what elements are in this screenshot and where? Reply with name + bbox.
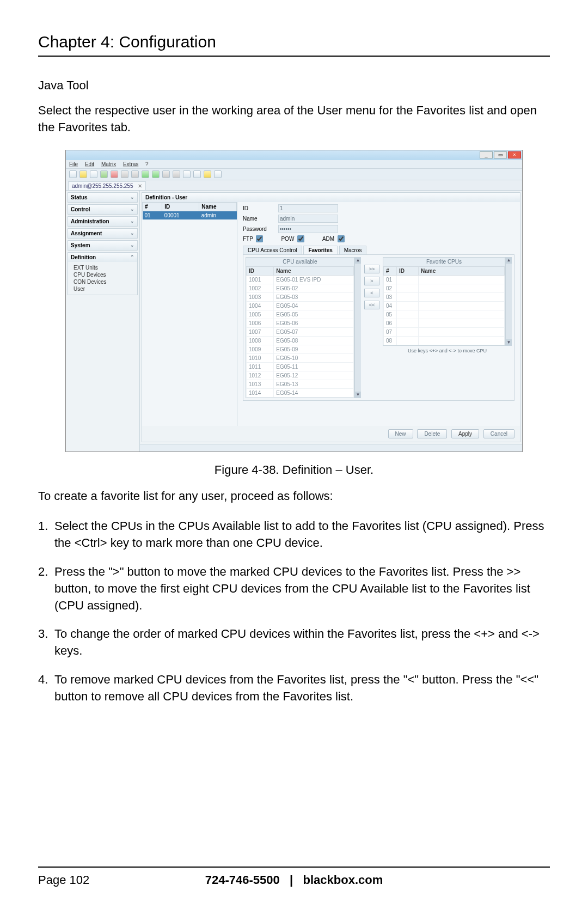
doc2-icon[interactable] <box>193 170 201 178</box>
list-item[interactable]: 07 <box>384 327 505 336</box>
connect2-icon[interactable] <box>152 170 160 178</box>
steps-list: 1.Select the CPUs in the CPUs Available … <box>38 518 550 705</box>
connection-tab[interactable]: admin@255.255.255.255 ✕ <box>68 181 146 190</box>
tab-favorites[interactable]: Favorites <box>303 246 337 254</box>
cpu-available-header: CPU available <box>246 258 354 266</box>
list-item[interactable]: 1006EG05-06 <box>247 319 354 327</box>
sidebar-subitem-con[interactable]: CON Devices <box>74 278 137 285</box>
sidebar-item-status[interactable]: Status⌄ <box>68 193 137 202</box>
list-item[interactable]: 1001EG05-01 EVS IPD <box>247 275 354 284</box>
scrollbar[interactable]: ▲ ▼ <box>505 257 512 346</box>
open-icon[interactable] <box>79 170 87 178</box>
list-item[interactable]: 1008EG05-08 <box>247 336 354 345</box>
table-row[interactable]: 01 00001 admin <box>143 211 237 219</box>
list-item[interactable]: 1014EG05-14 <box>247 388 354 397</box>
col-id[interactable]: ID <box>397 266 419 275</box>
close-icon[interactable]: ✕ <box>138 183 142 189</box>
connect-icon[interactable] <box>142 170 149 178</box>
menu-extras[interactable]: Extras <box>123 161 138 167</box>
add-button[interactable]: > <box>364 277 379 285</box>
sidebar-item-control[interactable]: Control⌄ <box>68 205 137 214</box>
list-item[interactable]: 1009EG05-09 <box>247 345 354 353</box>
id-field[interactable] <box>278 204 338 212</box>
maximize-button[interactable]: ▭ <box>494 151 507 158</box>
copy-icon[interactable] <box>121 170 128 178</box>
list-item[interactable]: 1011EG05-11 <box>247 362 354 371</box>
pow-checkbox[interactable] <box>297 235 304 242</box>
close-button[interactable]: × <box>508 151 521 158</box>
scroll-up-icon[interactable]: ▲ <box>506 257 512 264</box>
list-item[interactable]: 1007EG05-07 <box>247 327 354 336</box>
new-button[interactable]: New <box>388 429 413 438</box>
new-icon[interactable] <box>69 170 77 178</box>
minimize-button[interactable]: _ <box>480 151 493 158</box>
list-item[interactable]: 1010EG05-10 <box>247 353 354 362</box>
menu-edit[interactable]: Edit <box>85 161 94 167</box>
col-name[interactable]: Name <box>419 266 505 275</box>
sidebar-item-definition[interactable]: Definition⌃ <box>68 253 137 262</box>
sidebar-subitem-cpu[interactable]: CPU Devices <box>74 271 137 278</box>
delete-button[interactable]: Delete <box>417 429 447 438</box>
list-item[interactable]: 1005EG05-05 <box>247 310 354 319</box>
paste-icon[interactable] <box>131 170 139 178</box>
list-item[interactable]: 1012EG05-12 <box>247 371 354 380</box>
panel-title: Definition - User <box>142 193 520 202</box>
name-label: Name <box>243 216 278 222</box>
list-item[interactable]: 02 <box>384 284 505 292</box>
list-item[interactable]: 1003EG05-03 <box>247 292 354 301</box>
chart-icon[interactable] <box>204 170 211 178</box>
remove-all-button[interactable]: << <box>364 301 379 309</box>
col-num[interactable]: # <box>143 202 162 211</box>
scrollbar[interactable]: ▲ ▼ <box>354 257 361 398</box>
list-item[interactable]: 06 <box>384 319 505 327</box>
cpu-available-list: CPU available ID Name 1001EG05-01 EVS IP… <box>246 257 354 398</box>
delete-icon[interactable] <box>111 170 118 178</box>
adm-checkbox[interactable] <box>338 235 345 242</box>
scroll-up-icon[interactable]: ▲ <box>355 257 361 264</box>
doc1-icon[interactable] <box>183 170 191 178</box>
ftp-checkbox[interactable] <box>256 235 263 242</box>
password-label: Password <box>243 226 278 232</box>
tool1-icon[interactable] <box>162 170 170 178</box>
scroll-down-icon[interactable]: ▼ <box>506 339 512 346</box>
sidebar-subitem-ext[interactable]: EXT Units <box>74 264 137 271</box>
name-field[interactable] <box>278 215 338 223</box>
add-all-button[interactable]: >> <box>364 265 379 273</box>
scroll-down-icon[interactable]: ▼ <box>355 392 361 398</box>
col-id[interactable]: ID <box>247 266 274 275</box>
sidebar: Status⌄ Control⌄ Administration⌄ Assignm… <box>66 191 140 452</box>
menu-matrix[interactable]: Matrix <box>101 161 116 167</box>
list-item[interactable]: 1002EG05-02 <box>247 284 354 292</box>
other-icon[interactable] <box>214 170 222 178</box>
col-num[interactable]: # <box>384 266 397 275</box>
list-item[interactable]: 05 <box>384 310 505 319</box>
col-name[interactable]: Name <box>199 202 237 211</box>
tab-macros[interactable]: Macros <box>339 246 367 254</box>
sidebar-item-system[interactable]: System⌄ <box>68 241 137 250</box>
connection-tab-label: admin@255.255.255.255 <box>72 183 133 189</box>
refresh-icon[interactable] <box>100 170 108 178</box>
menu-help[interactable]: ? <box>145 161 149 167</box>
col-name[interactable]: Name <box>274 266 354 275</box>
list-item[interactable]: 03 <box>384 292 505 301</box>
intro-text: Select the respective user in the workin… <box>38 102 550 136</box>
menu-file[interactable]: File <box>69 161 78 167</box>
list-item[interactable]: 04 <box>384 301 505 310</box>
app-window: _ ▭ × File Edit Matrix Extras ? admin@25… <box>65 150 523 452</box>
list-item[interactable]: 08 <box>384 336 505 345</box>
remove-button[interactable]: < <box>364 289 379 297</box>
apply-button[interactable]: Apply <box>451 429 479 438</box>
password-field[interactable] <box>278 225 338 233</box>
page-number: Page 102 <box>38 873 89 887</box>
list-item[interactable]: 1013EG05-13 <box>247 380 354 388</box>
list-item[interactable]: 01 <box>384 275 505 284</box>
tab-cpu-access[interactable]: CPU Access Control <box>243 246 302 254</box>
sidebar-item-assignment[interactable]: Assignment⌄ <box>68 229 137 238</box>
sidebar-subitem-user[interactable]: User <box>74 285 137 292</box>
list-item[interactable]: 1004EG05-04 <box>247 301 354 310</box>
cancel-button[interactable]: Cancel <box>483 429 514 438</box>
sidebar-item-administration[interactable]: Administration⌄ <box>68 217 137 226</box>
tool2-icon[interactable] <box>173 170 180 178</box>
save-icon[interactable] <box>90 170 97 178</box>
col-id[interactable]: ID <box>162 202 199 211</box>
